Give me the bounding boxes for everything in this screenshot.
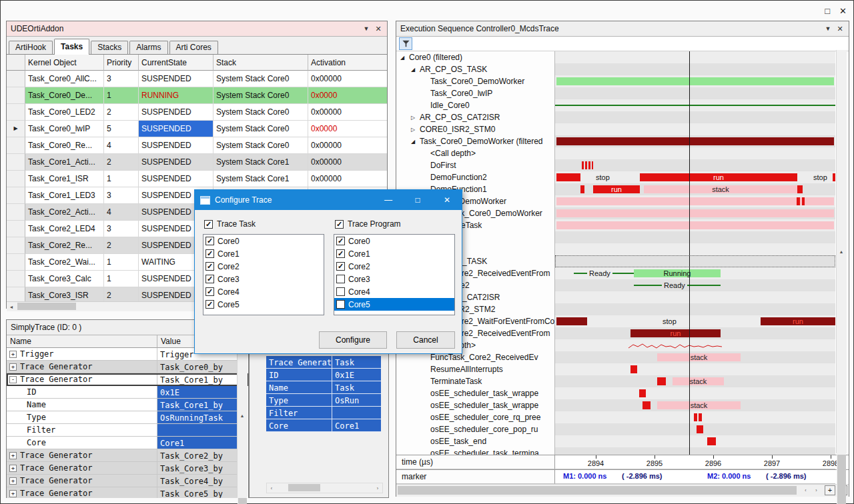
trace-row[interactable]: Task_Core2_WaitForEventFromCorerunstop bbox=[396, 315, 849, 327]
scroll-thumb[interactable] bbox=[17, 303, 76, 310]
dialog-close-button[interactable]: ✕ bbox=[432, 190, 462, 210]
column-header[interactable]: Stack bbox=[214, 55, 308, 71]
checkbox-unchecked-icon[interactable] bbox=[336, 275, 345, 283]
property-row[interactable]: +Trace GeneratorTask_Core3_by bbox=[7, 462, 248, 475]
dialog-minimize-button[interactable]: — bbox=[374, 190, 403, 210]
column-header[interactable]: Kernel Object bbox=[25, 55, 104, 71]
trace-row[interactable]: osEE_scheduler_core_rq_pree bbox=[396, 411, 849, 423]
tree-expanded-icon[interactable]: ◢ bbox=[400, 55, 409, 61]
trace-row[interactable]: ▷CORE2_ISR2_STM2 bbox=[396, 303, 849, 315]
current-state-cell[interactable]: SUSPENDED bbox=[139, 121, 214, 137]
trace-row[interactable]: FuncTask_Core2_ReceivedEvstack bbox=[396, 351, 849, 363]
checkbox-checked-icon[interactable]: ✓ bbox=[204, 220, 213, 229]
scroll-thumb[interactable] bbox=[288, 484, 320, 491]
property-value[interactable]: Task_Core0_by bbox=[157, 361, 238, 373]
timeline-cursor[interactable] bbox=[689, 51, 690, 455]
trace-row[interactable]: TerminateTaskstack bbox=[396, 375, 849, 387]
orti-close-icon[interactable]: ✕ bbox=[372, 25, 384, 33]
checkbox-checked-icon[interactable]: ✓ bbox=[205, 249, 214, 258]
current-state-cell[interactable]: SUSPENDED bbox=[139, 104, 214, 121]
checkbox-checked-icon[interactable]: ✓ bbox=[335, 220, 344, 229]
property-row[interactable]: Filter bbox=[7, 424, 248, 437]
property-row[interactable]: NameTask_Core1_by bbox=[7, 399, 248, 411]
property-row[interactable]: TypeOsRunningTask bbox=[7, 411, 248, 424]
scroll-up-icon[interactable]: ▲ bbox=[837, 50, 846, 453]
scroll-fwd-icon[interactable]: › bbox=[811, 486, 821, 495]
core-option-core2[interactable]: ✓Core2 bbox=[334, 260, 454, 273]
column-header[interactable]: Activation bbox=[308, 55, 387, 71]
trace-row[interactable]: TerminateTask bbox=[396, 219, 849, 231]
tab-arti-cores[interactable]: Arti Cores bbox=[169, 41, 218, 54]
trace-row[interactable]: osEE_scheduler_task_wrappestack bbox=[396, 399, 849, 411]
trace-row[interactable]: <Call depth> bbox=[396, 339, 849, 351]
property-value[interactable]: Task_Core3_by bbox=[157, 462, 238, 475]
checkbox-checked-icon[interactable]: ✓ bbox=[336, 262, 345, 271]
cancel-button[interactable]: Cancel bbox=[396, 331, 455, 349]
scroll-fwd-icon[interactable]: › bbox=[373, 483, 382, 493]
trace-row[interactable]: ▷AR_CP_OS_CAT2ISR bbox=[396, 111, 849, 123]
current-state-cell[interactable]: SUSPENDED bbox=[139, 171, 214, 187]
trace-row[interactable]: Idle_Core2Ready bbox=[396, 279, 849, 291]
task-row[interactable]: Task_Core0_LED22SUSPENDEDSystem Stack Co… bbox=[7, 104, 387, 121]
trace-row[interactable]: DemoFunction1runstack bbox=[396, 183, 849, 195]
property-value[interactable]: 0x1E bbox=[157, 386, 238, 399]
trace-program-core-list[interactable]: ✓Core0✓Core1✓Core2Core3Core4Core5 bbox=[334, 234, 455, 315]
orti-dropdown-icon[interactable]: ▼ bbox=[360, 25, 372, 32]
scroll-thumb[interactable] bbox=[837, 455, 846, 504]
property-value[interactable]: Task_Core4_by bbox=[157, 475, 238, 487]
trace-row[interactable]: ResumeAllInterrupts bbox=[396, 363, 849, 375]
core-option-core1[interactable]: ✓Core1 bbox=[334, 247, 454, 260]
core-option-core4[interactable]: Core4 bbox=[334, 285, 454, 298]
property-row[interactable]: NameTask bbox=[266, 381, 382, 394]
scroll-back-icon[interactable]: ‹ bbox=[801, 486, 811, 495]
task-row[interactable]: Task_Core0_De...1RUNNINGSystem Stack Cor… bbox=[7, 87, 387, 104]
trace-row[interactable]: FuncTask_Core0_DemoWorker bbox=[396, 207, 849, 219]
trace-row[interactable]: DoFirst bbox=[396, 159, 849, 171]
task-row[interactable]: Task_Core1_Acti...2SUSPENDEDSystem Stack… bbox=[7, 154, 387, 171]
property-row[interactable]: Filter bbox=[266, 407, 382, 419]
current-state-cell[interactable]: SUSPENDED bbox=[139, 154, 214, 171]
trace-row[interactable]: Task_Core0_DemoWorker bbox=[396, 75, 849, 87]
scroll-back-icon[interactable]: ‹ bbox=[267, 483, 276, 493]
property-row[interactable]: +Trace GeneratorTask_Core4_by bbox=[7, 475, 248, 487]
property-value[interactable]: OsRunningTask bbox=[157, 411, 238, 424]
current-state-cell[interactable]: SUSPENDED bbox=[139, 137, 214, 154]
trace-program-checkbox[interactable]: ✓ Trace Program bbox=[335, 219, 401, 229]
core-option-core2[interactable]: ✓Core2 bbox=[203, 260, 324, 273]
core-option-core0[interactable]: ✓Core0 bbox=[334, 235, 454, 247]
trace-row[interactable]: <Call depth> bbox=[396, 147, 849, 159]
trace-row[interactable]: Task_Core2_ReceivedEventFromrun bbox=[396, 327, 849, 339]
trace-row[interactable]: ▷AR_CP_OS_CAT2ISR bbox=[396, 291, 849, 303]
property-row[interactable]: Trace GeneratorTask bbox=[266, 356, 382, 369]
current-state-cell[interactable]: SUSPENDED bbox=[139, 71, 214, 87]
property-row[interactable]: +Trace GeneratorTask_Core0_by bbox=[7, 361, 248, 373]
property-row[interactable]: CoreCore1 bbox=[7, 437, 248, 449]
trace-row[interactable]: ◢AR_CP_OS_TASK bbox=[396, 63, 849, 75]
esc-hscrollbar[interactable]: ‹ › + − bbox=[396, 484, 849, 497]
core-option-core5[interactable]: Core5 bbox=[334, 298, 454, 311]
panel-hscrollbar[interactable]: ‹ › bbox=[266, 483, 383, 493]
scroll-up-icon[interactable]: ▲ bbox=[238, 335, 247, 497]
trace-row[interactable]: DemoFunction2runstopstop bbox=[396, 171, 849, 183]
current-state-cell[interactable]: RUNNING bbox=[139, 87, 214, 104]
esc-dropdown-icon[interactable]: ▼ bbox=[822, 25, 834, 32]
trace-row[interactable]: ◢Core2 (filtered) bbox=[396, 243, 849, 255]
property-value[interactable]: Core1 bbox=[157, 437, 238, 449]
trace-row[interactable]: osEE_scheduler_task_termina bbox=[396, 447, 849, 455]
expand-plus-icon[interactable]: + bbox=[9, 363, 17, 371]
task-row[interactable]: Task_Core1_ISR1SUSPENDEDSystem Stack Cor… bbox=[7, 171, 387, 187]
expand-plus-icon[interactable]: + bbox=[9, 452, 17, 459]
expand-plus-icon[interactable]: + bbox=[9, 477, 17, 485]
property-value[interactable] bbox=[157, 424, 238, 437]
tab-tasks[interactable]: Tasks bbox=[54, 39, 89, 55]
property-row[interactable]: ID0x1E bbox=[266, 369, 382, 381]
property-row[interactable]: -Trace GeneratorTask_Core1_by bbox=[7, 373, 248, 386]
collapse-minus-icon[interactable]: - bbox=[9, 376, 17, 383]
tree-collapsed-icon[interactable]: ▷ bbox=[411, 127, 420, 133]
checkbox-checked-icon[interactable]: ✓ bbox=[205, 262, 214, 271]
tab-alarms[interactable]: Alarms bbox=[129, 41, 167, 54]
trace-row[interactable]: osEE_scheduler_task_wrappe bbox=[396, 387, 849, 399]
filter-button[interactable] bbox=[399, 37, 412, 50]
core-option-core4[interactable]: ✓Core4 bbox=[203, 285, 324, 298]
property-row[interactable]: +Trace GeneratorTask_Core5_by bbox=[7, 487, 248, 498]
